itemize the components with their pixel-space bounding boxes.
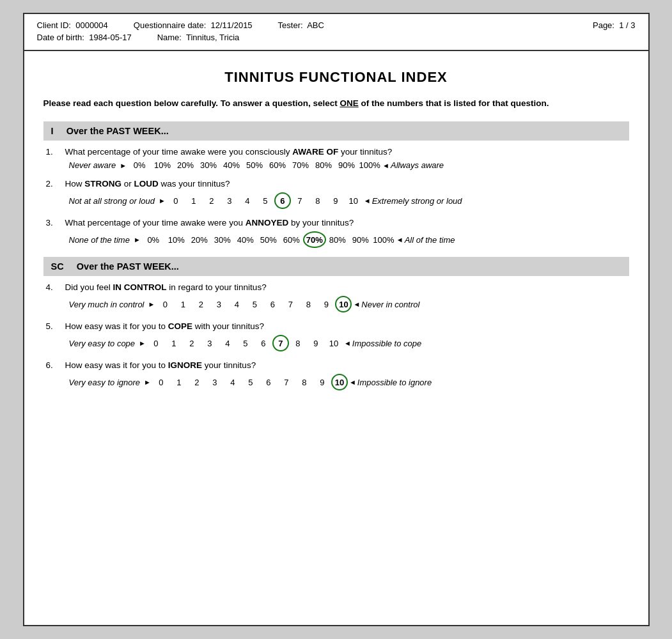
q6-v9[interactable]: 9 [313,378,331,387]
q4-v8[interactable]: 8 [299,300,317,309]
q5-v3[interactable]: 3 [201,339,219,348]
q3-arrow: ► [134,236,141,243]
q2-v4[interactable]: 4 [238,196,256,206]
q2-v10[interactable]: 10 [345,196,363,206]
q1-v6[interactable]: 60% [266,160,289,170]
q2-v9[interactable]: 9 [327,196,345,206]
q6-right-arrow: ◄ [349,378,356,386]
q1-v9[interactable]: 90% [335,160,358,170]
question-4-text: 4. Did you feel IN CONTROL in regard to … [46,282,629,292]
q3-content: What percentage of your time awake were … [65,218,354,227]
q3-v4[interactable]: 40% [234,235,257,245]
q3-left-label: None of the time [69,235,130,245]
q1-v2[interactable]: 20% [174,160,197,170]
q3-v7-selected[interactable]: 70% [303,231,326,248]
q3-v5[interactable]: 50% [257,235,280,245]
q2-v0[interactable]: 0 [167,196,185,206]
question-3: 3. What percentage of your time awake we… [43,218,629,248]
q4-v4[interactable]: 4 [228,300,246,309]
q6-right-label: Impossible to ignore [357,378,432,387]
q6-v10-selected[interactable]: 10 [331,374,348,390]
q4-v9[interactable]: 9 [317,300,335,309]
q6-v5[interactable]: 5 [242,378,260,387]
section2-title: Over the PAST WEEK... [77,261,179,272]
q3-v3[interactable]: 30% [211,235,234,245]
q3-v6[interactable]: 60% [280,235,303,245]
q6-v2[interactable]: 2 [188,378,206,387]
q6-v0[interactable]: 0 [152,378,170,387]
q1-v8[interactable]: 80% [312,160,335,170]
q4-v10-selected[interactable]: 10 [335,296,352,312]
q2-v2[interactable]: 2 [203,196,221,206]
q4-v5[interactable]: 5 [246,300,263,309]
question-3-text: 3. What percentage of your time awake we… [46,218,629,227]
q5-content: How easy was it for you to COPE with you… [65,321,264,331]
q6-v1[interactable]: 1 [170,378,188,387]
q3-v10[interactable]: 100% [372,235,395,245]
q1-v3[interactable]: 30% [197,160,220,170]
dob-label: Date of birth: [37,33,84,42]
q5-right-label: Impossible to cope [352,339,421,348]
client-id-value: 0000004 [75,20,108,30]
q3-v0[interactable]: 0% [142,235,165,245]
q5-scale: Very easy to cope ► 0 1 2 3 4 5 6 7 8 9 … [46,335,629,351]
q6-v7[interactable]: 7 [277,378,295,387]
q3-v8[interactable]: 80% [326,235,349,245]
q1-v4[interactable]: 40% [220,160,243,170]
q5-v8[interactable]: 8 [289,339,307,348]
q4-v7[interactable]: 7 [281,300,299,309]
tester-value: ABC [307,20,324,30]
instructions: Please read each question below carefull… [43,97,629,110]
q5-v2[interactable]: 2 [183,339,201,348]
q6-content: How easy was it for you to IGNORE your t… [65,360,256,370]
q5-v9[interactable]: 9 [307,339,325,348]
client-id-label: Client ID: [37,20,71,30]
question-2: 2. How STRONG or LOUD was your tinnitus?… [43,179,629,209]
q3-v2[interactable]: 20% [188,235,211,245]
q1-v0[interactable]: 0% [128,160,151,170]
q5-v6[interactable]: 6 [254,339,272,348]
q6-v6[interactable]: 6 [260,378,277,387]
q3-v9[interactable]: 90% [349,235,372,245]
q4-v6[interactable]: 6 [263,300,281,309]
q5-v7-selected[interactable]: 7 [272,335,289,351]
q1-v10[interactable]: 100% [358,160,381,170]
q1-left-label: Never aware [69,160,116,170]
q6-v3[interactable]: 3 [206,378,224,387]
section2-label: SC [51,261,64,272]
q2-right-label: Extremely strong or loud [372,196,462,206]
name-field: Name: Tinnitus, Tricia [157,33,240,42]
q2-v1[interactable]: 1 [185,196,203,206]
section1-label: I [51,126,54,136]
question-1-text: 1. What percentage of your time awake we… [46,147,629,157]
q1-v5[interactable]: 50% [243,160,266,170]
dob-value: 1984-05-17 [89,33,132,42]
q4-v3[interactable]: 3 [210,300,228,309]
question-6-text: 6. How easy was it for you to IGNORE you… [46,360,629,370]
q5-v0[interactable]: 0 [147,339,165,348]
q5-v1[interactable]: 1 [165,339,183,348]
q1-v1[interactable]: 10% [151,160,174,170]
q4-v0[interactable]: 0 [156,300,174,309]
q4-arrow: ► [148,300,155,308]
q4-v2[interactable]: 2 [192,300,210,309]
q2-v7[interactable]: 7 [291,196,309,206]
q3-right-arrow: ◄ [396,236,403,243]
q2-v5[interactable]: 5 [256,196,274,206]
q1-arrow: ► [120,162,127,169]
q5-v4[interactable]: 4 [219,339,237,348]
q6-v4[interactable]: 4 [224,378,242,387]
tester-field: Tester: ABC [278,20,324,30]
q2-right-arrow: ◄ [364,197,371,204]
q2-v8[interactable]: 8 [309,196,327,206]
q2-v6-selected[interactable]: 6 [274,192,291,209]
q2-v3[interactable]: 3 [221,196,238,206]
q5-v5[interactable]: 5 [237,339,254,348]
q1-right-arrow: ◄ [382,162,389,169]
q5-v10[interactable]: 10 [325,339,343,348]
q3-v1[interactable]: 10% [165,235,188,245]
q6-v8[interactable]: 8 [295,378,313,387]
q1-v7[interactable]: 70% [289,160,312,170]
name-value: Tinnitus, Tricia [186,33,239,42]
q4-v1[interactable]: 1 [174,300,192,309]
